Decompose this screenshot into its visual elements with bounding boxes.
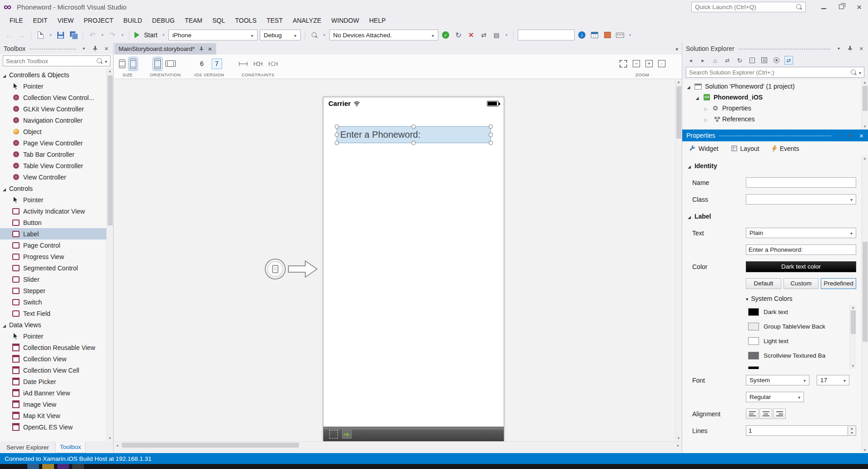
restore-button[interactable] xyxy=(833,0,850,14)
toolbox-item[interactable]: Collection View xyxy=(0,353,107,364)
new-file-icon[interactable] xyxy=(35,30,46,40)
window-position-chevron-icon[interactable] xyxy=(80,45,88,52)
tree-expander-icon[interactable] xyxy=(703,105,709,112)
toolbox-search-input[interactable] xyxy=(6,58,94,65)
target-device-combo[interactable]: iPhone xyxy=(169,30,258,40)
toolbox-item[interactable]: Text Field xyxy=(0,308,107,319)
font-weight-combo[interactable]: Regular xyxy=(746,392,804,402)
menu-item[interactable]: TEST xyxy=(262,15,288,26)
menu-item[interactable]: VIEW xyxy=(52,15,79,26)
toolbox-item[interactable]: Date Picker xyxy=(0,376,107,387)
orientation-landscape-icon[interactable] xyxy=(165,60,176,67)
align-center-button[interactable] xyxy=(759,409,772,419)
toolbox-item[interactable]: Progress View xyxy=(0,251,107,262)
properties-header[interactable]: Properties xyxy=(682,130,868,141)
toolbox-item[interactable]: Slider xyxy=(0,274,107,285)
scene-dashed-frame-icon[interactable] xyxy=(329,430,338,439)
pin-icon[interactable] xyxy=(846,132,854,140)
toolbox-item[interactable]: GLKit View Controller xyxy=(0,103,107,115)
resize-handle[interactable] xyxy=(335,125,339,129)
zoom-fit-icon[interactable] xyxy=(619,60,627,68)
menu-item[interactable]: TEAM xyxy=(180,15,208,26)
menu-item[interactable]: WINDOW xyxy=(326,15,364,26)
solution-tree-item[interactable]: Phoneword_iOS xyxy=(682,92,868,103)
taskbar-icon[interactable] xyxy=(27,464,39,469)
zoom-actual-size-icon[interactable]: · xyxy=(658,60,665,67)
resize-handle[interactable] xyxy=(412,141,416,145)
section-expander-icon[interactable] xyxy=(688,162,691,170)
toolbox-item[interactable]: Map Kit View xyxy=(0,410,107,421)
solution-explorer-scrollbar[interactable]: ▲ ▼ xyxy=(861,80,868,130)
text-mode-combo[interactable]: Plain xyxy=(746,228,856,238)
taskbar-icon[interactable] xyxy=(57,464,69,469)
section-expander-icon[interactable] xyxy=(688,213,691,220)
solution-explorer-search-input[interactable] xyxy=(689,69,848,76)
toolbox-item[interactable]: Button xyxy=(0,217,107,228)
toolbox-item[interactable]: Page View Controller xyxy=(0,137,107,149)
find-icon[interactable] xyxy=(309,30,320,40)
se-forward-icon[interactable] xyxy=(699,56,707,65)
ios-version-button[interactable]: 7 xyxy=(212,59,222,69)
resize-handle[interactable] xyxy=(335,133,339,137)
tree-expander-icon[interactable] xyxy=(703,115,709,123)
menu-item[interactable]: TOOLS xyxy=(230,15,262,26)
se-show-all-files-icon[interactable] xyxy=(760,56,769,65)
quick-launch-input[interactable] xyxy=(695,4,794,10)
toolbox-item[interactable]: Page Control xyxy=(0,239,107,251)
scroll-up-icon[interactable]: ▲ xyxy=(850,305,856,309)
toolbox-item[interactable]: Object xyxy=(0,126,107,137)
toolbox-item[interactable]: Tab Bar Controller xyxy=(0,149,107,160)
tab-list-chevron-icon[interactable] xyxy=(675,45,678,52)
system-colors-expander[interactable]: System Colors xyxy=(746,293,856,304)
class-combo[interactable] xyxy=(746,194,856,205)
toolbox-item[interactable]: iAd Banner View xyxy=(0,387,107,399)
toolbox-item[interactable]: Stepper xyxy=(0,285,107,296)
tree-expander-icon[interactable] xyxy=(694,94,700,101)
scroll-up-icon[interactable]: ▲ xyxy=(862,156,868,160)
storyboard-canvas[interactable]: Carrier Enter a Phoneword: xyxy=(114,79,682,441)
chevron-down-icon[interactable] xyxy=(48,30,53,40)
menu-item[interactable]: HELP xyxy=(364,15,391,26)
pair-device-icon[interactable] xyxy=(479,30,489,40)
view-controller-scene[interactable]: Carrier Enter a Phoneword: xyxy=(323,97,504,441)
navigate-back-icon[interactable] xyxy=(4,30,14,40)
font-size-combo[interactable]: 17 xyxy=(817,375,849,385)
bottom-tool-tab[interactable]: Server Explorer xyxy=(2,442,54,453)
close-button[interactable] xyxy=(850,0,868,14)
save-icon[interactable] xyxy=(55,30,66,40)
keyboard-icon[interactable] xyxy=(615,30,625,40)
toolbox-item[interactable]: Collection View Cell xyxy=(0,364,107,376)
resize-handle[interactable] xyxy=(489,125,493,129)
redo-icon[interactable] xyxy=(107,30,118,40)
scroll-down-icon[interactable]: ▼ xyxy=(107,436,113,440)
tree-expander-icon[interactable] xyxy=(3,185,6,192)
scroll-up-icon[interactable]: ▲ xyxy=(107,69,113,73)
toolbox-group-controllers[interactable]: Controllers & Objects xyxy=(0,69,113,80)
toolbox-item[interactable]: Label xyxy=(0,228,107,239)
refresh-icon[interactable] xyxy=(453,30,464,40)
se-switch-views-icon[interactable] xyxy=(723,56,732,65)
toolbox-item[interactable]: OpenGL ES View xyxy=(0,421,107,433)
menu-item[interactable]: DEBUG xyxy=(147,15,180,26)
chevron-down-icon[interactable] xyxy=(161,30,166,40)
close-icon[interactable] xyxy=(858,45,865,52)
toolbox-item[interactable]: Collection View Control... xyxy=(0,92,107,103)
build-status-ok-icon[interactable] xyxy=(441,30,451,40)
taskbar-icon[interactable] xyxy=(42,464,54,469)
undo-icon[interactable] xyxy=(87,30,98,40)
scroll-down-icon[interactable]: ▼ xyxy=(675,436,682,440)
window-position-chevron-icon[interactable] xyxy=(835,45,843,52)
toolbox-search-box[interactable] xyxy=(3,55,110,66)
chevron-down-icon[interactable] xyxy=(100,30,105,40)
toolbox-item[interactable]: Pointer xyxy=(0,330,107,342)
toolbox-item[interactable]: Navigation Controller xyxy=(0,115,107,126)
tab-events[interactable]: Events xyxy=(772,145,799,152)
toolbox-item[interactable]: Activity Indicator View xyxy=(0,205,107,217)
toolbox-item[interactable]: Image View xyxy=(0,399,107,410)
lines-input[interactable] xyxy=(746,425,848,436)
constraint-frame-icon[interactable] xyxy=(268,60,278,68)
resize-handle[interactable] xyxy=(489,141,493,145)
navigate-forward-icon[interactable] xyxy=(16,30,27,40)
chevron-down-icon[interactable] xyxy=(859,69,861,76)
menu-item[interactable]: SQL xyxy=(208,15,230,26)
